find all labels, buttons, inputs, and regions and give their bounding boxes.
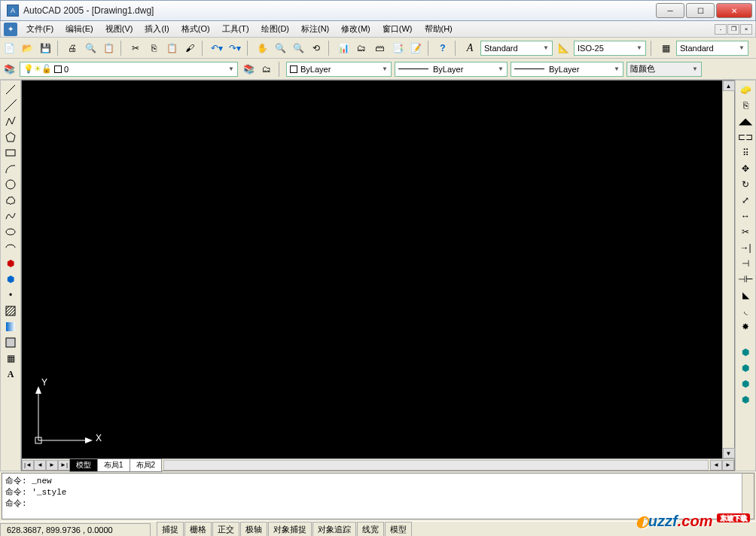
copy-object-button[interactable]: ⎘ (738, 98, 753, 113)
model-paper-toggle[interactable]: 模型 (385, 522, 412, 536)
scale-button[interactable]: ⤢ (738, 193, 753, 208)
table-button[interactable]: ▦ (3, 351, 18, 366)
maximize-button[interactable]: ☐ (686, 3, 715, 18)
design-center-button[interactable]: 🗂 (354, 41, 369, 56)
zoom-realtime-button[interactable]: 🔍 (273, 41, 288, 56)
tab-first-button[interactable]: |◄ (22, 460, 34, 471)
tab-prev-button[interactable]: ◄ (34, 460, 46, 471)
markup-button[interactable]: 📝 (408, 41, 423, 56)
menu-file[interactable]: 文件(F) (20, 22, 59, 36)
tab-next-button[interactable]: ► (46, 460, 58, 471)
ellipse-button[interactable] (3, 224, 18, 239)
publish-button[interactable]: 📋 (101, 41, 116, 56)
tab-layout2[interactable]: 布局2 (130, 458, 163, 472)
zoom-window-button[interactable]: 🔍 (291, 41, 306, 56)
scroll-right-button[interactable]: ► (722, 460, 734, 471)
save-button[interactable]: 💾 (38, 41, 53, 56)
break-at-point-button[interactable]: ⊣ (738, 256, 753, 271)
trim-button[interactable]: ✂ (738, 224, 753, 239)
region-button[interactable] (3, 335, 18, 350)
print-button[interactable]: 🖨 (65, 41, 80, 56)
menu-modify[interactable]: 修改(M) (335, 22, 376, 36)
revision-cloud-button[interactable] (3, 193, 18, 208)
new-button[interactable]: 📄 (2, 41, 17, 56)
otrack-toggle[interactable]: 对象追踪 (312, 522, 356, 536)
properties-button[interactable]: 📊 (336, 41, 351, 56)
dim-style-icon[interactable]: 📐 (556, 41, 571, 56)
refedit-save-button[interactable]: ⬢ (738, 392, 753, 407)
move-button[interactable]: ✥ (738, 161, 753, 176)
table-style-icon[interactable]: ▦ (658, 41, 673, 56)
sheet-set-button[interactable]: 📑 (390, 41, 405, 56)
tab-model[interactable]: 模型 (69, 458, 98, 472)
rotate-button[interactable]: ↻ (738, 177, 753, 192)
menu-draw[interactable]: 绘图(D) (255, 22, 295, 36)
ortho-toggle[interactable]: 正交 (212, 522, 239, 536)
autocad-logo-icon[interactable]: ✦ (4, 23, 17, 36)
fillet-button[interactable]: ◟ (738, 303, 753, 318)
copy-button[interactable]: ⎘ (146, 41, 161, 56)
insert-block-button[interactable]: ⬢ (3, 256, 18, 271)
mdi-minimize-button[interactable]: - (715, 24, 727, 35)
cut-button[interactable]: ✂ (128, 41, 143, 56)
menu-format[interactable]: 格式(O) (175, 22, 216, 36)
spline-button[interactable] (3, 209, 18, 224)
chamfer-button[interactable]: ◣ (738, 288, 753, 303)
layer-manager-button[interactable]: 📚 (2, 62, 17, 77)
rectangle-button[interactable] (3, 145, 18, 160)
pan-button[interactable]: ✋ (255, 41, 270, 56)
text-style-combo[interactable]: Standard▼ (480, 41, 553, 56)
tool-palettes-button[interactable]: 🗃 (372, 41, 387, 56)
color-combo[interactable]: ByLayer ▼ (286, 62, 392, 77)
erase-button[interactable]: 🧽 (738, 82, 753, 97)
table-style-combo[interactable]: Standard▼ (676, 41, 748, 56)
command-scrollbar[interactable] (742, 474, 754, 519)
match-properties-button[interactable]: 🖌 (182, 41, 197, 56)
offset-button[interactable]: ⊏⊐ (738, 129, 753, 145)
array-button[interactable]: ⠿ (738, 145, 753, 160)
extend-button[interactable]: →| (738, 240, 753, 255)
line-button[interactable] (3, 82, 18, 97)
ellipse-arc-button[interactable] (3, 240, 18, 255)
circle-button[interactable] (3, 177, 18, 192)
layer-states-button[interactable]: 🗂 (259, 62, 274, 77)
plotstyle-combo[interactable]: 随颜色 ▼ (626, 62, 702, 77)
close-button[interactable]: ✕ (716, 3, 752, 18)
scroll-up-button[interactable]: ▲ (723, 81, 735, 91)
mdi-restore-button[interactable]: ❐ (727, 24, 739, 35)
model-space-canvas[interactable]: Y X (22, 81, 722, 458)
construction-line-button[interactable] (3, 98, 18, 113)
menu-view[interactable]: 视图(V) (99, 22, 139, 36)
hatch-button[interactable] (3, 303, 18, 318)
text-style-icon[interactable]: A (462, 41, 477, 56)
mirror-button[interactable]: ◢◣ (738, 114, 753, 129)
zoom-previous-button[interactable]: ⟲ (309, 41, 324, 56)
menu-edit[interactable]: 编辑(E) (59, 22, 99, 36)
paste-button[interactable]: 📋 (164, 41, 179, 56)
plot-preview-button[interactable]: 🔍 (83, 41, 98, 56)
horizontal-scrollbar[interactable] (163, 460, 709, 471)
vertical-scrollbar[interactable]: ▲ ▼ (722, 81, 734, 458)
grid-toggle[interactable]: 栅格 (184, 522, 212, 536)
snap-toggle[interactable]: 捕捉 (157, 522, 184, 536)
mdi-close-button[interactable]: × (740, 24, 752, 35)
help-button[interactable]: ? (435, 41, 450, 56)
polyline-button[interactable] (3, 114, 18, 129)
tab-layout1[interactable]: 布局1 (97, 458, 130, 472)
undo-button[interactable]: ↶▾ (209, 41, 224, 56)
open-button[interactable]: 📂 (20, 41, 35, 56)
redo-button[interactable]: ↷▾ (227, 41, 242, 56)
menu-insert[interactable]: 插入(I) (139, 22, 175, 36)
layer-previous-button[interactable]: 📚 (241, 62, 256, 77)
point-button[interactable]: • (3, 288, 18, 303)
arc-button[interactable] (3, 161, 18, 176)
linetype-combo[interactable]: ByLayer ▼ (395, 62, 508, 77)
scroll-left-button[interactable]: ◄ (710, 460, 722, 471)
polygon-button[interactable] (3, 129, 18, 145)
explode-button[interactable]: ✸ (738, 319, 753, 334)
menu-tools[interactable]: 工具(T) (216, 22, 255, 36)
scroll-down-button[interactable]: ▼ (723, 448, 735, 458)
osnap-toggle[interactable]: 对象捕捉 (268, 522, 312, 536)
command-window[interactable]: 命令: _new 命令: '_style 命令: (2, 473, 754, 519)
polar-toggle[interactable]: 极轴 (240, 522, 267, 536)
